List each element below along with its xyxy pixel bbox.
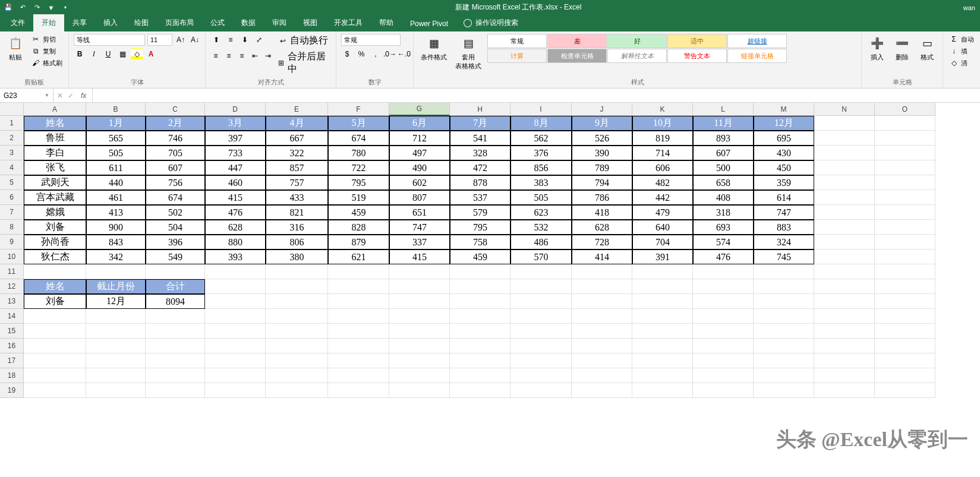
cell-B12[interactable]: 截止月份 (86, 279, 146, 294)
cell-E11[interactable] (266, 264, 328, 279)
cell-F8[interactable]: 828 (328, 220, 389, 235)
cell-E5[interactable]: 757 (266, 175, 328, 190)
cancel-icon[interactable]: ✕ (57, 91, 63, 100)
cell-G3[interactable]: 497 (389, 146, 450, 160)
row-header-6[interactable]: 6 (0, 190, 24, 205)
cell-C8[interactable]: 504 (146, 220, 205, 235)
cell-F5[interactable]: 795 (328, 175, 389, 190)
cell-E9[interactable]: 806 (266, 235, 328, 249)
orientation-icon[interactable]: ⤢ (253, 34, 265, 46)
cell-G11[interactable] (389, 264, 450, 279)
cell-A17[interactable] (24, 353, 86, 368)
cell-I19[interactable] (511, 383, 572, 398)
cell-J15[interactable] (572, 324, 632, 339)
cell-F6[interactable]: 519 (328, 190, 389, 205)
cell-A3[interactable]: 李白 (24, 146, 86, 160)
style-hyperlink[interactable]: 超链接 (727, 34, 787, 48)
cell-G18[interactable] (389, 368, 450, 383)
redo-icon[interactable]: ↷ (32, 3, 42, 12)
fill-color-button[interactable]: ◇ (131, 48, 143, 60)
cell-H6[interactable]: 537 (450, 190, 511, 205)
cell-O5[interactable] (875, 175, 935, 190)
cell-C11[interactable] (146, 264, 205, 279)
row-header-14[interactable]: 14 (0, 309, 24, 324)
col-header-F[interactable]: F (328, 103, 389, 116)
tab-共享[interactable]: 共享 (64, 14, 95, 31)
conditional-format-button[interactable]: ▦条件格式 (418, 34, 449, 63)
cell-O2[interactable] (875, 131, 935, 146)
row-header-13[interactable]: 13 (0, 294, 24, 309)
cell-M19[interactable] (754, 383, 814, 398)
cell-J16[interactable] (572, 339, 632, 353)
cell-J12[interactable] (572, 279, 632, 294)
cell-G7[interactable]: 651 (389, 205, 450, 220)
cell-L18[interactable] (693, 368, 754, 383)
cell-K8[interactable]: 640 (632, 220, 693, 235)
cell-M18[interactable] (754, 368, 814, 383)
cell-F12[interactable] (328, 279, 389, 294)
cell-E14[interactable] (266, 309, 328, 324)
cell-O12[interactable] (875, 279, 935, 294)
cell-I5[interactable]: 383 (511, 175, 572, 190)
tab-开发工具[interactable]: 开发工具 (326, 14, 371, 31)
cell-D17[interactable] (205, 353, 266, 368)
cell-I9[interactable]: 486 (511, 235, 572, 249)
cell-H7[interactable]: 579 (450, 205, 511, 220)
cell-G16[interactable] (389, 339, 450, 353)
cell-C15[interactable] (146, 324, 205, 339)
comma-icon[interactable]: , (370, 48, 382, 60)
style-check-cell[interactable]: 检查单元格 (547, 49, 607, 63)
cell-A16[interactable] (24, 339, 86, 353)
formula-input[interactable] (93, 89, 980, 102)
cell-K12[interactable] (632, 279, 693, 294)
cell-L12[interactable] (693, 279, 754, 294)
filter-icon[interactable]: ▼ (46, 3, 56, 12)
cell-D5[interactable]: 460 (205, 175, 266, 190)
cell-H19[interactable] (450, 383, 511, 398)
autosum-button[interactable]: Σ自动 (948, 34, 975, 45)
save-icon[interactable]: 💾 (4, 3, 13, 12)
cell-H12[interactable] (450, 279, 511, 294)
cell-B8[interactable]: 900 (86, 220, 146, 235)
cell-A12[interactable]: 姓名 (24, 279, 86, 294)
cell-L4[interactable]: 500 (693, 160, 754, 175)
cell-L19[interactable] (693, 383, 754, 398)
cell-E18[interactable] (266, 368, 328, 383)
cell-C13[interactable]: 8094 (146, 294, 205, 309)
cell-M17[interactable] (754, 353, 814, 368)
cell-K6[interactable]: 442 (632, 190, 693, 205)
align-center-icon[interactable]: ≡ (223, 50, 234, 62)
cell-C9[interactable]: 396 (146, 235, 205, 249)
cell-B16[interactable] (86, 339, 146, 353)
cell-J11[interactable] (572, 264, 632, 279)
cell-L1[interactable]: 11月 (693, 116, 754, 131)
cell-D10[interactable]: 393 (205, 249, 266, 264)
col-header-O[interactable]: O (875, 103, 935, 116)
cell-H9[interactable]: 758 (450, 235, 511, 249)
cell-K19[interactable] (632, 383, 693, 398)
col-header-C[interactable]: C (146, 103, 205, 116)
cell-N8[interactable] (814, 220, 875, 235)
cell-F16[interactable] (328, 339, 389, 353)
cell-E7[interactable]: 821 (266, 205, 328, 220)
row-header-5[interactable]: 5 (0, 175, 24, 190)
increase-decimal-icon[interactable]: .0→ (384, 48, 396, 60)
style-warning[interactable]: 警告文本 (667, 49, 727, 63)
cell-B1[interactable]: 1月 (86, 116, 146, 131)
cell-H11[interactable] (450, 264, 511, 279)
cell-L8[interactable]: 693 (693, 220, 754, 235)
cell-O11[interactable] (875, 264, 935, 279)
style-linked-cell[interactable]: 链接单元格 (727, 49, 787, 63)
merge-center-button[interactable]: ⊞合并后居中 (276, 50, 331, 76)
cell-O7[interactable] (875, 205, 935, 220)
cell-H5[interactable]: 878 (450, 175, 511, 190)
cell-B17[interactable] (86, 353, 146, 368)
cut-button[interactable]: ✂剪切 (30, 34, 64, 45)
cell-N6[interactable] (814, 190, 875, 205)
cell-A15[interactable] (24, 324, 86, 339)
font-name-select[interactable] (74, 34, 145, 46)
format-as-table-button[interactable]: ▤套用 表格格式 (453, 34, 484, 72)
cell-F2[interactable]: 674 (328, 131, 389, 146)
cell-A11[interactable] (24, 264, 86, 279)
cell-O14[interactable] (875, 309, 935, 324)
